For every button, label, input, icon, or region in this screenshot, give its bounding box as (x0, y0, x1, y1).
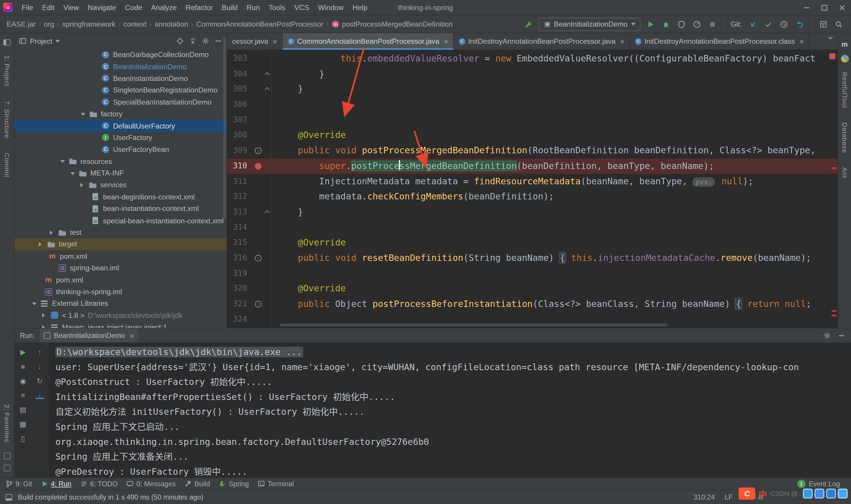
code-line[interactable]: 311 InjectionMetadata metadata = findRes… (227, 174, 838, 189)
stop-button[interactable] (706, 17, 719, 31)
menu-item-tools[interactable]: Tools (264, 0, 290, 15)
code-text[interactable]: super.postProcessMergedBeanDefinition(be… (272, 158, 838, 174)
code-text[interactable] (272, 97, 838, 112)
horizontal-scrollbar[interactable] (280, 324, 668, 326)
breakpoint-icon[interactable] (255, 163, 262, 169)
code-line[interactable]: 304 } (227, 66, 838, 82)
tree-item[interactable]: bean-deginitions-context.xml (15, 191, 227, 203)
tree-item[interactable]: resources (15, 156, 227, 167)
toolwindow-tab-9-git[interactable]: 9: Git (6, 480, 32, 488)
tree-item[interactable]: CUserFactoryBean (15, 144, 227, 156)
tool-window-toggle-icon[interactable] (6, 494, 13, 501)
stripe-button-1-project[interactable]: 1: Project (3, 56, 11, 86)
override-icon[interactable]: ↑ (255, 255, 262, 262)
chevron-down-icon[interactable] (56, 40, 60, 42)
override-icon[interactable]: ↑ (255, 147, 262, 154)
gutter[interactable]: ↑ (253, 143, 264, 158)
code-text[interactable] (272, 220, 838, 235)
code-line[interactable]: 305 } (227, 82, 838, 97)
console-output[interactable]: D:\workspace\devtools\jdk\jdk\bin\java.e… (49, 343, 851, 478)
status-message[interactable]: Build completed successfully in 1 s 490 … (18, 493, 203, 501)
toolwindow-tab-terminal[interactable]: Terminal (258, 480, 294, 488)
menu-item-vcs[interactable]: VCS (290, 0, 313, 15)
menu-item-refactor[interactable]: Refactor (181, 0, 217, 15)
code-text[interactable] (272, 266, 838, 281)
code-line[interactable]: 303 this.embeddedValueResolver = new Emb… (227, 51, 838, 67)
layout-button[interactable] (817, 17, 830, 31)
code-line[interactable]: 307 (227, 112, 838, 128)
menu-item-code[interactable]: Code (121, 0, 147, 15)
toolwindow-tab-4-run[interactable]: 4: Run (41, 480, 72, 488)
code-text[interactable]: this.embeddedValueResolver = new Embedde… (272, 51, 838, 67)
debug-button[interactable] (659, 17, 672, 31)
tree-item[interactable]: < 1.8 >D:\workspace\devtools\jdk\jdk (15, 309, 227, 321)
toolwindow-tab-6-todo[interactable]: 6: TODO (80, 480, 117, 488)
tree-item[interactable]: target (15, 238, 227, 250)
stripe-button-maven[interactable]: m (841, 40, 848, 48)
tree-item[interactable]: CBeanInstantiationDemo (15, 72, 227, 84)
menu-item-window[interactable]: Window (313, 0, 348, 15)
code-line[interactable]: 309↑ public void postProcessMergedBeanDe… (227, 143, 838, 158)
down-button[interactable]: ↓ (35, 362, 44, 371)
code-line[interactable]: 312 metadata.checkConfigMembers(beanDefi… (227, 189, 838, 204)
editor-tab[interactable]: CCommonAnnotationBeanPostProcessor.java× (283, 33, 454, 49)
hidden-tabs-button[interactable] (827, 34, 834, 41)
stop-button[interactable]: ■ (19, 362, 28, 371)
build-project-button[interactable] (522, 17, 535, 31)
expand-icon[interactable] (39, 242, 41, 246)
gutter[interactable] (253, 158, 264, 174)
favorites-icon[interactable] (3, 453, 10, 460)
maximize-button[interactable] (816, 0, 833, 15)
breadcrumb-item[interactable]: EASE.jar (6, 20, 37, 29)
tree-item[interactable]: CBeanInitializationDemo (15, 60, 227, 72)
tree-item[interactable]: External Libraries (15, 298, 227, 309)
menu-item-analyze[interactable]: Analyze (147, 0, 181, 15)
screenshot-button[interactable]: ◉ (19, 376, 28, 385)
editor-tab[interactable]: CInitDestroyAnnotationBeanPostProcessor.… (630, 33, 809, 49)
tree-item[interactable]: special-bean-instantiation-context.xml (15, 215, 227, 227)
project-panel-title[interactable]: Project (30, 37, 52, 45)
close-icon[interactable]: × (443, 37, 448, 46)
code-line[interactable]: 306 (227, 97, 838, 112)
breadcrumb-item[interactable]: org (43, 20, 56, 29)
menu-item-build[interactable]: Build (217, 0, 242, 15)
clear-button[interactable]: ▯ (19, 434, 28, 443)
code-text[interactable]: metadata.checkConfigMembers(beanDefiniti… (272, 189, 838, 204)
stripe-button-ant[interactable]: Ant (841, 167, 848, 178)
expand-icon[interactable] (50, 230, 53, 235)
menu-item-help[interactable]: Help (348, 0, 372, 15)
gear-icon[interactable] (202, 37, 210, 45)
coverage-button[interactable] (675, 17, 688, 31)
print-button[interactable]: ▦ (19, 419, 28, 428)
collapse-icon[interactable] (32, 303, 37, 305)
error-stripe-mark[interactable] (832, 310, 836, 312)
override-icon[interactable]: ↑ (255, 301, 262, 308)
expand-icon[interactable] (42, 325, 45, 328)
tree-item[interactable]: mpom.xml (15, 250, 227, 262)
tree-item[interactable]: mpom.xml (15, 274, 227, 286)
code-line[interactable]: 321↑ public Object postProcessBeforeInst… (227, 296, 838, 312)
tree-item[interactable]: spring-bean.iml (15, 262, 227, 274)
code-text[interactable]: @Override (272, 128, 838, 143)
profiler-button[interactable] (690, 17, 704, 31)
up-button[interactable]: ↑ (35, 347, 44, 356)
pin-icon[interactable] (3, 465, 10, 471)
breadcrumb-item[interactable]: context (122, 20, 148, 29)
code-editor[interactable]: 303 this.embeddedValueResolver = new Emb… (227, 50, 838, 328)
stripe-button-2-favorites[interactable]: 2: Favorites (3, 404, 11, 443)
tree-item[interactable]: CSingletonBeanRegistrationDemo (15, 84, 227, 96)
breadcrumb-item[interactable]: CommonAnnotationBeanPostProcessor (195, 20, 324, 29)
code-line[interactable]: 313 } (227, 204, 838, 220)
breadcrumb-item[interactable]: postProcessMergedBeanDefinition (341, 20, 454, 29)
toolwindow-tab-spring[interactable]: Spring (219, 480, 249, 488)
code-line[interactable]: 308 @Override (227, 128, 838, 143)
rerun-button[interactable]: ▶ (19, 347, 28, 356)
editor-tab[interactable]: cessor.java× (227, 33, 283, 49)
menu-item-file[interactable]: File (17, 0, 38, 15)
minimize-button[interactable] (798, 0, 816, 15)
line-ending-widget[interactable]: LF (725, 493, 732, 501)
code-text[interactable]: } (272, 82, 838, 97)
gear-icon[interactable] (823, 331, 831, 339)
restore-button[interactable]: ▤ (19, 405, 28, 414)
run-tab[interactable]: BeanInitializationDemo × (40, 328, 138, 342)
